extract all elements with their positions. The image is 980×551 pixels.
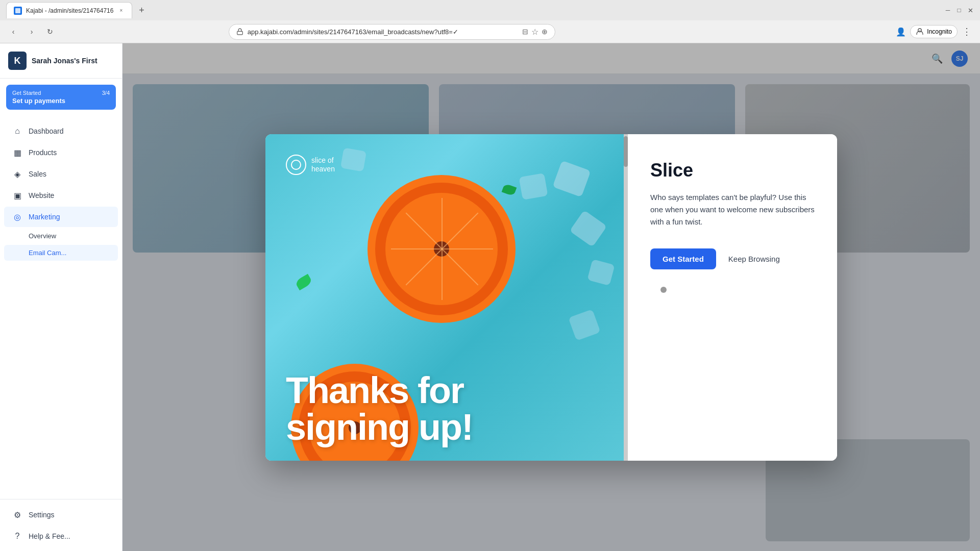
get-started-sublabel: Set up payments xyxy=(12,97,110,105)
website-icon: ▣ xyxy=(12,190,22,201)
address-bar[interactable]: app.kajabi.com/admin/sites/2147647163/em… xyxy=(229,24,555,40)
active-tab[interactable]: Kajabi - /admin/sites/214764716 × xyxy=(6,2,132,18)
settings-icon: ⚙ xyxy=(12,510,22,520)
sidebar-item-label: Products xyxy=(29,148,57,157)
profile-icon[interactable]: 👤 xyxy=(894,24,908,39)
modal-title: Slice xyxy=(650,160,815,181)
modal-image-panel: slice of heaven xyxy=(265,134,628,461)
orange-main xyxy=(368,175,516,323)
browser-tabs: Kajabi - /admin/sites/214764716 × + xyxy=(6,2,149,18)
sidebar-sub-item-email-campaigns[interactable]: Email Cam... xyxy=(4,245,118,261)
sidebar-sub-label: Email Cam... xyxy=(29,249,66,257)
marketing-icon: ◎ xyxy=(12,212,22,222)
help-icon: ? xyxy=(12,531,22,541)
bookmark-icon[interactable]: ☆ xyxy=(531,27,538,37)
sidebar-item-dashboard[interactable]: ⌂ Dashboard xyxy=(4,121,118,141)
modal-info-panel: Slice Who says templates can't be playfu… xyxy=(628,134,837,461)
maximize-button[interactable]: □ xyxy=(955,7,963,14)
svg-rect-1 xyxy=(237,31,243,34)
app-container: K Sarah Jonas's First Get Started 3/4 Se… xyxy=(0,43,980,551)
minimize-button[interactable]: ─ xyxy=(944,7,951,14)
sidebar-item-label: Help & Fee... xyxy=(29,532,70,540)
toolbar-icons: 👤 Incognito ⋮ xyxy=(894,24,974,39)
cursor-indicator xyxy=(660,287,667,293)
lock-icon xyxy=(236,28,243,35)
get-started-banner[interactable]: Get Started 3/4 Set up payments xyxy=(6,85,116,110)
modal-scrollbar[interactable] xyxy=(624,134,628,461)
logo-inner-circle xyxy=(291,160,301,170)
sidebar-item-sales[interactable]: ◈ Sales xyxy=(4,164,118,184)
sidebar-item-marketing[interactable]: ◎ Marketing xyxy=(4,207,118,227)
address-bar-icons: ⊟ ☆ ⊕ xyxy=(522,27,548,37)
tab-title: Kajabi - /admin/sites/214764716 xyxy=(26,7,113,14)
forward-button[interactable]: › xyxy=(24,24,39,39)
keep-browsing-button[interactable]: Keep Browsing xyxy=(728,255,780,263)
sync-icon: ⊕ xyxy=(542,28,548,36)
sidebar-item-label: Website xyxy=(29,191,54,199)
sidebar: K Sarah Jonas's First Get Started 3/4 Se… xyxy=(0,43,122,551)
ice-cube-2 xyxy=(519,173,548,200)
logo-circle xyxy=(286,155,306,175)
modal-container: slice of heaven xyxy=(122,43,980,551)
ice-cube-6 xyxy=(340,147,366,171)
sidebar-item-label: Marketing xyxy=(29,213,60,221)
scrollbar-thumb xyxy=(624,136,628,167)
products-icon: ▦ xyxy=(12,147,22,158)
sidebar-header: K Sarah Jonas's First xyxy=(0,43,122,79)
sidebar-item-website[interactable]: ▣ Website xyxy=(4,185,118,206)
cast-icon: ⊟ xyxy=(522,28,528,36)
dashboard-icon: ⌂ xyxy=(12,126,22,136)
sidebar-item-label: Settings xyxy=(29,511,55,519)
browser-addressbar: ‹ › ↻ app.kajabi.com/admin/sites/2147647… xyxy=(0,20,980,43)
browser-chrome: Kajabi - /admin/sites/214764716 × + ─ □ … xyxy=(0,0,980,43)
tab-close-button[interactable]: × xyxy=(117,7,125,14)
leaf-2 xyxy=(502,183,517,196)
sidebar-item-label: Dashboard xyxy=(29,127,64,135)
leaf-1 xyxy=(295,274,313,290)
sidebar-bottom: ⚙ Settings ? Help & Fee... xyxy=(0,499,122,551)
tab-favicon xyxy=(14,7,22,15)
main-content: 🔍 SJ xyxy=(122,43,980,551)
incognito-button[interactable]: Incognito xyxy=(910,25,958,38)
sidebar-sub-item-overview[interactable]: Overview xyxy=(4,228,118,244)
new-tab-button[interactable]: + xyxy=(134,3,149,17)
get-started-label: Get Started 3/4 xyxy=(12,90,110,96)
modal-logo: slice of heaven xyxy=(286,155,335,175)
ice-cube-3 xyxy=(570,210,607,247)
sales-icon: ◈ xyxy=(12,169,22,179)
modal-text-overlay: Thanks for signing up! xyxy=(265,357,624,461)
browser-titlebar: Kajabi - /admin/sites/214764716 × + ─ □ … xyxy=(0,0,980,20)
incognito-icon xyxy=(916,28,924,36)
sidebar-item-label: Sales xyxy=(29,170,46,178)
modal-actions: Get Started Keep Browsing xyxy=(650,248,815,269)
browser-menu-button[interactable]: ⋮ xyxy=(960,24,974,39)
modal-logo-text: slice of heaven xyxy=(311,156,335,173)
get-started-button[interactable]: Get Started xyxy=(650,248,716,269)
sidebar-item-help[interactable]: ? Help & Fee... xyxy=(4,526,118,546)
signing-text: signing up! xyxy=(286,409,603,445)
ice-cube-4 xyxy=(587,259,615,286)
back-button[interactable]: ‹ xyxy=(6,24,20,39)
sidebar-site-name: Sarah Jonas's First xyxy=(32,57,97,65)
sidebar-sub-label: Overview xyxy=(29,232,56,240)
svg-rect-0 xyxy=(15,8,20,13)
refresh-button[interactable]: ↻ xyxy=(43,24,57,39)
sidebar-item-products[interactable]: ▦ Products xyxy=(4,142,118,163)
sidebar-nav: ⌂ Dashboard ▦ Products ◈ Sales ▣ Website… xyxy=(0,116,122,499)
sidebar-logo: K xyxy=(8,52,27,70)
address-text: app.kajabi.com/admin/sites/2147647163/em… xyxy=(248,28,458,36)
ice-cube-5 xyxy=(568,309,600,341)
incognito-label: Incognito xyxy=(927,28,952,35)
modal: slice of heaven xyxy=(265,134,837,461)
thanks-text: Thanks for xyxy=(286,372,603,409)
close-window-button[interactable]: ✕ xyxy=(967,7,974,14)
ice-cube-1 xyxy=(552,160,591,197)
modal-description: Who says templates can't be playful? Use… xyxy=(650,191,815,228)
modal-image-bg: slice of heaven xyxy=(265,134,628,461)
sidebar-item-settings[interactable]: ⚙ Settings xyxy=(4,505,118,525)
sidebar-logo-letter: K xyxy=(14,56,21,66)
window-controls: ─ □ ✕ xyxy=(944,7,974,14)
